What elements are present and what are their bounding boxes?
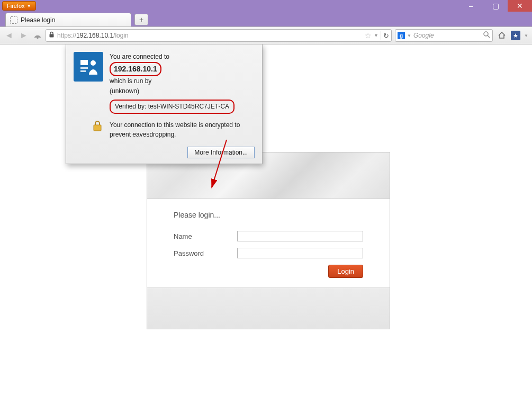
- bookmarks-dropdown-icon[interactable]: ▼: [524, 30, 529, 41]
- identity-org: (unknown): [110, 86, 255, 96]
- svg-point-0: [37, 38, 39, 39]
- svg-rect-8: [80, 70, 86, 72]
- bookmarks-button[interactable]: ★: [511, 31, 520, 40]
- dropdown-icon[interactable]: ▼: [374, 33, 378, 38]
- more-information-button[interactable]: More Information...: [187, 147, 255, 158]
- login-row-password: Password: [174, 248, 363, 258]
- firefox-menu-label: Firefox: [7, 3, 25, 9]
- navigation-toolbar: ◄ ► https://192.168.10.1/login ☆ ▼ ↻ g ▼…: [0, 26, 532, 44]
- search-engine-icon[interactable]: g: [398, 32, 405, 39]
- forward-button[interactable]: ►: [18, 30, 30, 41]
- separator: [381, 31, 381, 40]
- lock-icon[interactable]: [48, 31, 55, 40]
- svg-point-2: [484, 32, 488, 36]
- window-minimize-button[interactable]: –: [459, 0, 483, 12]
- svg-rect-9: [94, 125, 101, 131]
- identity-domain: 192.168.10.1: [110, 62, 161, 76]
- name-input[interactable]: [237, 231, 363, 241]
- window-titlebar: Firefox ▼ – ▢ ✕: [0, 0, 532, 12]
- login-row-name: Name: [174, 231, 363, 241]
- window-close-button[interactable]: ✕: [508, 0, 532, 12]
- reload-icon[interactable]: ↻: [383, 32, 389, 40]
- url-text: https://192.168.10.1/login: [57, 32, 363, 39]
- password-label: Password: [174, 249, 237, 257]
- login-button[interactable]: Login: [328, 265, 363, 278]
- window-maximize-button[interactable]: ▢: [483, 0, 508, 12]
- padlock-icon: [74, 120, 103, 132]
- tab-active[interactable]: Please login: [5, 13, 131, 26]
- search-box[interactable]: g ▼ Google: [395, 29, 493, 42]
- svg-point-6: [91, 60, 96, 66]
- tab-title: Please login: [21, 16, 55, 24]
- chevron-down-icon: ▼: [27, 4, 31, 8]
- tab-loading-icon: [10, 16, 17, 24]
- identity-passport-icon: [74, 52, 103, 82]
- identity-runby-label: which is run by: [110, 76, 255, 86]
- firefox-menu-button[interactable]: Firefox ▼: [2, 1, 36, 11]
- back-button[interactable]: ◄: [3, 30, 15, 41]
- tab-strip: Please login +: [0, 12, 532, 26]
- search-icon[interactable]: [483, 31, 490, 40]
- identity-connected-label: You are connected to: [110, 52, 255, 62]
- identity-verified-by: Verified by: test-WIN-STD45RC7JET-CA: [110, 100, 235, 114]
- site-identity-popup: You are connected to 192.168.10.1 which …: [66, 44, 263, 164]
- name-label: Name: [174, 232, 237, 240]
- svg-rect-5: [80, 60, 88, 65]
- svg-line-3: [488, 35, 490, 38]
- password-input[interactable]: [237, 248, 363, 258]
- engine-dropdown-icon[interactable]: ▼: [407, 33, 411, 38]
- search-placeholder: Google: [413, 32, 481, 39]
- login-panel-footer: [147, 287, 390, 329]
- svg-rect-1: [50, 34, 54, 38]
- bookmark-star-icon[interactable]: ☆: [365, 31, 372, 40]
- home-button[interactable]: [496, 30, 508, 41]
- svg-rect-7: [80, 67, 88, 69]
- url-bar[interactable]: https://192.168.10.1/login ☆ ▼ ↻: [46, 29, 392, 42]
- new-tab-button[interactable]: +: [134, 14, 148, 25]
- page-content: Please login... Name Password Login You …: [0, 44, 532, 414]
- connection-type-icon: [33, 31, 42, 40]
- identity-encryption-text: Your connection to this website is encry…: [110, 120, 255, 139]
- login-panel: Please login... Name Password Login: [147, 152, 390, 329]
- login-title: Please login...: [174, 211, 363, 219]
